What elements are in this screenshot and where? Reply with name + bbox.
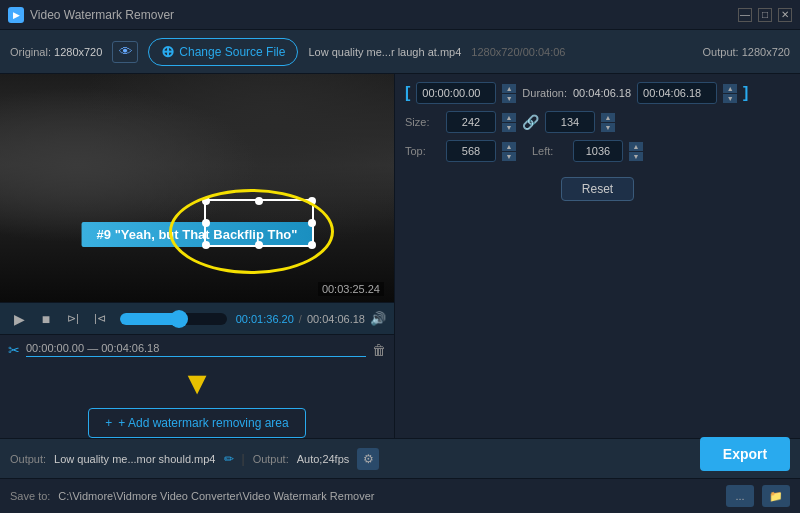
play-button[interactable]: ▶ (8, 308, 30, 330)
handle-tl[interactable] (202, 197, 210, 205)
bracket-close: ] (743, 84, 748, 102)
timeline-thumb[interactable] (170, 310, 188, 328)
time-separator: / (299, 313, 302, 325)
width-down[interactable]: ▼ (502, 123, 516, 132)
clip-range: 00:00:00.00 — 00:04:06.18 (26, 342, 366, 357)
preview-toggle-button[interactable]: 👁 (112, 41, 138, 63)
app-title: Video Watermark Remover (30, 8, 174, 22)
clip-end-button[interactable]: |⊲ (89, 308, 111, 330)
end-time-up[interactable]: ▲ (723, 84, 737, 93)
open-folder-button[interactable]: 📁 (762, 485, 790, 507)
reset-button[interactable]: Reset (561, 177, 634, 201)
position-row: Top: ▲ ▼ Left: ▲ ▼ (405, 140, 790, 162)
output-label: Output: (10, 453, 46, 465)
window-controls: — □ ✕ (738, 8, 792, 22)
middle-section: #9 "Yeah, but That Backflip Tho" (0, 74, 800, 438)
change-source-label: Change Source File (179, 45, 285, 59)
output2-label: Output: (253, 453, 289, 465)
end-time-input[interactable] (637, 82, 717, 104)
size-row: Size: ▲ ▼ 🔗 ▲ ▼ (405, 111, 790, 133)
add-area-section: ▼ + + Add watermark removing area (0, 364, 394, 438)
down-arrow-icon: ▼ (181, 365, 213, 402)
link-icon: 🔗 (522, 114, 539, 130)
duration-label: Duration: (522, 87, 567, 99)
file-resolution: 1280x720/00:04:06 (471, 46, 565, 58)
watermark-selection-box[interactable] (204, 199, 314, 247)
end-time-down[interactable]: ▼ (723, 94, 737, 103)
size-width-input[interactable] (446, 111, 496, 133)
start-time-up[interactable]: ▲ (502, 84, 516, 93)
plus-icon: ⊕ (161, 42, 174, 61)
clip-strip: ✂ 00:00:00.00 — 00:04:06.18 🗑 (0, 334, 394, 364)
duration-value: 00:04:06.18 (573, 87, 631, 99)
title-bar: ▶ Video Watermark Remover — □ ✕ (0, 0, 800, 30)
file-info: Low quality me...r laugh at.mp4 1280x720… (308, 46, 692, 58)
height-up[interactable]: ▲ (601, 113, 615, 122)
size-label: Size: (405, 116, 440, 128)
file-name: Low quality me...r laugh at.mp4 (308, 46, 461, 58)
subtitle-number: #9 (97, 227, 111, 242)
reset-row: Reset (405, 173, 790, 201)
clip-start-button[interactable]: ⊳| (62, 308, 84, 330)
top-input[interactable] (446, 140, 496, 162)
start-time-spinner: ▲ ▼ (502, 84, 516, 103)
stop-button[interactable]: ■ (35, 308, 57, 330)
output-info: Output: 1280x720 (703, 46, 790, 58)
top-up[interactable]: ▲ (502, 142, 516, 151)
output2-value: Auto;24fps (297, 453, 350, 465)
top-spinner: ▲ ▼ (502, 142, 516, 161)
handle-bm[interactable] (255, 241, 263, 249)
edit-output-icon[interactable]: ✏ (224, 452, 234, 466)
toolbar: Original: 1280x720 👁 ⊕ Change Source Fil… (0, 30, 800, 74)
save-path: C:\Vidmore\Vidmore Video Converter\Video… (58, 490, 718, 502)
height-spinner: ▲ ▼ (601, 113, 615, 132)
handle-tr[interactable] (308, 197, 316, 205)
timeline[interactable] (120, 313, 227, 325)
output-filename: Low quality me...mor should.mp4 (54, 453, 215, 465)
handle-br[interactable] (308, 241, 316, 249)
right-params-panel: [ ▲ ▼ Duration: 00:04:06.18 ▲ ▼ ] Size: (395, 74, 800, 438)
top-down[interactable]: ▼ (502, 152, 516, 161)
clip-scissors-icon: ✂ (8, 342, 20, 358)
handle-bl[interactable] (202, 241, 210, 249)
start-time-input[interactable] (416, 82, 496, 104)
left-panel: #9 "Yeah, but That Backflip Tho" (0, 74, 395, 438)
time-current: 00:01:36.20 (236, 313, 294, 325)
video-timestamp: 00:03:25.24 (318, 282, 384, 296)
save-to-label: Save to: (10, 490, 50, 502)
end-time-spinner: ▲ ▼ (723, 84, 737, 103)
save-bar: Save to: C:\Vidmore\Vidmore Video Conver… (0, 478, 800, 513)
left-label: Left: (532, 145, 567, 157)
left-down[interactable]: ▼ (629, 152, 643, 161)
close-button[interactable]: ✕ (778, 8, 792, 22)
change-source-button[interactable]: ⊕ Change Source File (148, 38, 298, 66)
clip-delete-button[interactable]: 🗑 (372, 342, 386, 358)
settings-icon[interactable]: ⚙ (357, 448, 379, 470)
volume-icon[interactable]: 🔊 (370, 311, 386, 326)
bracket-open: [ (405, 84, 410, 102)
video-preview: #9 "Yeah, but That Backflip Tho" (0, 74, 394, 302)
start-time-down[interactable]: ▼ (502, 94, 516, 103)
handle-tm[interactable] (255, 197, 263, 205)
eye-icon: 👁 (119, 44, 132, 59)
handle-ml[interactable] (202, 219, 210, 227)
size-height-input[interactable] (545, 111, 595, 133)
output-bar: Output: Low quality me...mor should.mp4 … (0, 438, 800, 478)
left-spinner: ▲ ▼ (629, 142, 643, 161)
height-down[interactable]: ▼ (601, 123, 615, 132)
time-row: [ ▲ ▼ Duration: 00:04:06.18 ▲ ▼ ] (405, 82, 790, 104)
playback-controls: ▶ ■ ⊳| |⊲ 00:01:36.20 / 00:04:06.18 🔊 (0, 302, 394, 334)
left-up[interactable]: ▲ (629, 142, 643, 151)
browse-button[interactable]: ... (726, 485, 754, 507)
maximize-button[interactable]: □ (758, 8, 772, 22)
app-window: ▶ Video Watermark Remover — □ ✕ Original… (0, 0, 800, 513)
minimize-button[interactable]: — (738, 8, 752, 22)
handle-mr[interactable] (308, 219, 316, 227)
left-input[interactable] (573, 140, 623, 162)
original-label: Original: 1280x720 (10, 46, 102, 58)
add-area-label: + Add watermark removing area (118, 416, 288, 430)
width-up[interactable]: ▲ (502, 113, 516, 122)
export-button[interactable]: Export (700, 437, 790, 471)
add-watermark-area-button[interactable]: + + Add watermark removing area (88, 408, 305, 438)
app-icon: ▶ (8, 7, 24, 23)
